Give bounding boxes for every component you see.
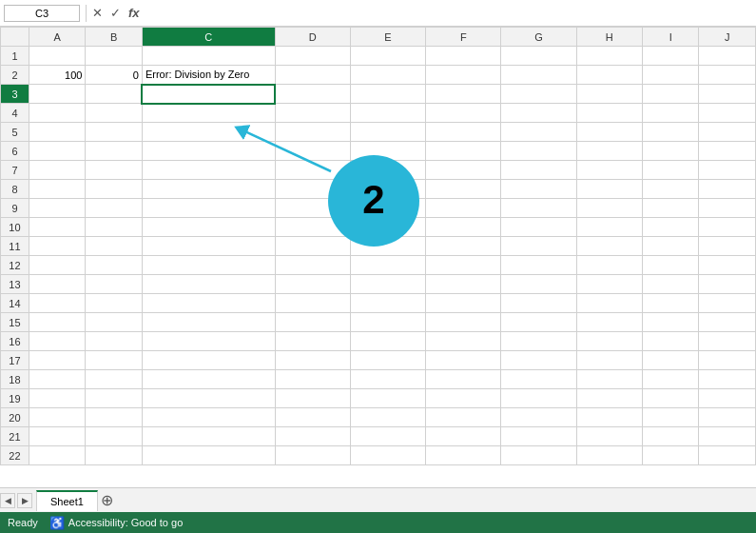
cell-F14[interactable] bbox=[426, 294, 501, 313]
cell-H12[interactable] bbox=[576, 256, 642, 275]
cell-H15[interactable] bbox=[576, 313, 642, 332]
cell-C12[interactable] bbox=[142, 256, 275, 275]
cell-G6[interactable] bbox=[501, 142, 576, 161]
row-header-1[interactable]: 1 bbox=[1, 47, 29, 66]
cell-C5[interactable] bbox=[142, 123, 275, 142]
cell-C13[interactable] bbox=[142, 275, 275, 294]
cell-E15[interactable] bbox=[350, 313, 425, 332]
cell-B9[interactable] bbox=[86, 199, 142, 218]
cell-B3[interactable] bbox=[86, 85, 142, 104]
cell-C4[interactable] bbox=[142, 104, 275, 123]
cell-D12[interactable] bbox=[275, 256, 350, 275]
cell-I3[interactable] bbox=[643, 85, 699, 104]
cell-B6[interactable] bbox=[86, 142, 142, 161]
cell-J10[interactable] bbox=[699, 218, 756, 237]
cell-H4[interactable] bbox=[576, 104, 642, 123]
cell-I12[interactable] bbox=[643, 256, 699, 275]
cell-A20[interactable] bbox=[29, 408, 86, 427]
cell-J7[interactable] bbox=[699, 161, 756, 180]
cell-G3[interactable] bbox=[501, 85, 576, 104]
cell-F19[interactable] bbox=[426, 389, 501, 408]
cell-D19[interactable] bbox=[275, 389, 350, 408]
cell-A13[interactable] bbox=[29, 275, 86, 294]
cell-E14[interactable] bbox=[350, 294, 425, 313]
row-header-17[interactable]: 17 bbox=[1, 351, 29, 370]
cell-E6[interactable] bbox=[350, 142, 425, 161]
row-header-2[interactable]: 2 bbox=[1, 66, 29, 85]
cell-G19[interactable] bbox=[501, 389, 576, 408]
cell-G11[interactable] bbox=[501, 237, 576, 256]
cell-F12[interactable] bbox=[426, 256, 501, 275]
cell-D1[interactable] bbox=[275, 47, 350, 66]
cell-C7[interactable] bbox=[142, 161, 275, 180]
cell-C1[interactable] bbox=[142, 47, 275, 66]
scroll-sheet-right[interactable]: ▶ bbox=[17, 493, 32, 508]
cell-I17[interactable] bbox=[643, 351, 699, 370]
cell-J21[interactable] bbox=[699, 427, 756, 446]
cell-G15[interactable] bbox=[501, 313, 576, 332]
cell-B1[interactable] bbox=[86, 47, 142, 66]
cell-B16[interactable] bbox=[86, 332, 142, 351]
cell-D2[interactable] bbox=[275, 66, 350, 85]
row-header-19[interactable]: 19 bbox=[1, 389, 29, 408]
col-header-C[interactable]: C bbox=[142, 28, 275, 47]
cell-E17[interactable] bbox=[350, 351, 425, 370]
cell-F18[interactable] bbox=[426, 370, 501, 389]
cell-C21[interactable] bbox=[142, 427, 275, 446]
cell-D20[interactable] bbox=[275, 408, 350, 427]
cell-F10[interactable] bbox=[426, 218, 501, 237]
cell-A2[interactable]: 100 bbox=[29, 66, 86, 85]
cell-G1[interactable] bbox=[501, 47, 576, 66]
row-header-3[interactable]: 3 bbox=[1, 85, 29, 104]
cell-J6[interactable] bbox=[699, 142, 756, 161]
cell-H21[interactable] bbox=[576, 427, 642, 446]
cell-G7[interactable] bbox=[501, 161, 576, 180]
cell-D16[interactable] bbox=[275, 332, 350, 351]
col-header-D[interactable]: D bbox=[275, 28, 350, 47]
cell-C11[interactable] bbox=[142, 237, 275, 256]
cell-C6[interactable] bbox=[142, 142, 275, 161]
cell-I15[interactable] bbox=[643, 313, 699, 332]
col-header-E[interactable]: E bbox=[350, 28, 425, 47]
cell-F5[interactable] bbox=[426, 123, 501, 142]
cell-D18[interactable] bbox=[275, 370, 350, 389]
cell-B5[interactable] bbox=[86, 123, 142, 142]
cell-H19[interactable] bbox=[576, 389, 642, 408]
cell-J1[interactable] bbox=[699, 47, 756, 66]
cell-D6[interactable] bbox=[275, 142, 350, 161]
cell-G10[interactable] bbox=[501, 218, 576, 237]
cell-B20[interactable] bbox=[86, 408, 142, 427]
cell-D10[interactable] bbox=[275, 218, 350, 237]
cell-C10[interactable] bbox=[142, 218, 275, 237]
col-header-G[interactable]: G bbox=[501, 28, 576, 47]
cell-A6[interactable] bbox=[29, 142, 86, 161]
cell-A5[interactable] bbox=[29, 123, 86, 142]
cell-A12[interactable] bbox=[29, 256, 86, 275]
cell-C18[interactable] bbox=[142, 370, 275, 389]
cell-A19[interactable] bbox=[29, 389, 86, 408]
cell-B13[interactable] bbox=[86, 275, 142, 294]
cell-E7[interactable] bbox=[350, 161, 425, 180]
cell-D15[interactable] bbox=[275, 313, 350, 332]
cell-B2[interactable]: 0 bbox=[86, 66, 142, 85]
cell-G9[interactable] bbox=[501, 199, 576, 218]
cell-I13[interactable] bbox=[643, 275, 699, 294]
cell-I6[interactable] bbox=[643, 142, 699, 161]
col-header-J[interactable]: J bbox=[699, 28, 756, 47]
cell-J3[interactable] bbox=[699, 85, 756, 104]
cell-B21[interactable] bbox=[86, 427, 142, 446]
cell-H20[interactable] bbox=[576, 408, 642, 427]
cell-B14[interactable] bbox=[86, 294, 142, 313]
cell-B22[interactable] bbox=[86, 446, 142, 465]
cell-J13[interactable] bbox=[699, 275, 756, 294]
cell-A16[interactable] bbox=[29, 332, 86, 351]
cell-E10[interactable] bbox=[350, 218, 425, 237]
cell-G21[interactable] bbox=[501, 427, 576, 446]
row-header-8[interactable]: 8 bbox=[1, 180, 29, 199]
row-header-11[interactable]: 11 bbox=[1, 237, 29, 256]
cell-C14[interactable] bbox=[142, 294, 275, 313]
cell-F9[interactable] bbox=[426, 199, 501, 218]
cell-D5[interactable] bbox=[275, 123, 350, 142]
cell-H8[interactable] bbox=[576, 180, 642, 199]
cell-G18[interactable] bbox=[501, 370, 576, 389]
